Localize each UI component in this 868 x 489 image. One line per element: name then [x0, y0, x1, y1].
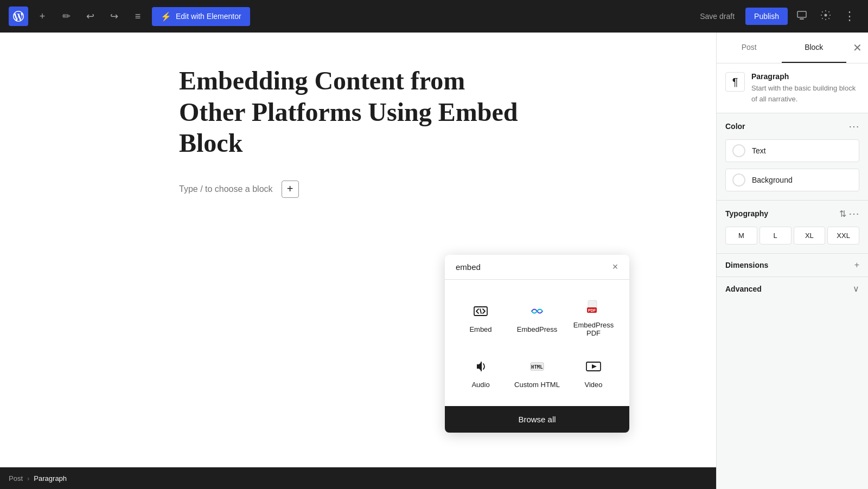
background-color-circle — [732, 173, 745, 186]
paragraph-desc-text: Start with the basic building block of a… — [751, 83, 859, 104]
more-icon: ⋮ — [844, 9, 856, 23]
block-search-popup: × Embed — [445, 255, 629, 433]
toolbar: + ✏ ↩ ↪ ≡ ⚡ Edit with Elementor Save dra… — [0, 0, 868, 33]
html-icon: HTML — [529, 357, 545, 376]
size-btn-xl[interactable]: XL — [794, 227, 826, 244]
editor-content: Embedding Content from Other Platforms U… — [157, 65, 559, 198]
breadcrumb-post[interactable]: Post — [9, 474, 23, 482]
browse-all-button[interactable]: Browse all — [445, 406, 629, 433]
right-sidebar: Post Block ✕ ¶ Paragraph Start with the … — [716, 33, 868, 489]
color-section-header: Color ⋯ — [717, 113, 868, 139]
edit-with-elementor-button[interactable]: ⚡ Edit with Elementor — [152, 7, 250, 26]
close-icon: × — [612, 261, 618, 273]
tools-button[interactable]: ✏ — [56, 7, 76, 26]
embed-icon — [473, 301, 489, 321]
color-more-button[interactable]: ⋯ — [848, 120, 859, 133]
typography-section: Typography ⇅ ⋯ M L XL XXL — [717, 200, 868, 253]
undo-icon: ↩ — [86, 10, 94, 22]
size-btn-l[interactable]: L — [760, 227, 792, 244]
embedpress-pdf-label: EmbedPress PDF — [571, 321, 616, 337]
close-sidebar-button[interactable]: ✕ — [846, 33, 868, 63]
svg-marker-11 — [592, 364, 597, 369]
svg-text:PDF: PDF — [588, 308, 596, 312]
advanced-section: Advanced ∨ — [717, 276, 868, 300]
typography-more-button[interactable]: ⋯ — [848, 207, 859, 220]
block-item-custom-html[interactable]: HTML Custom HTML — [510, 348, 564, 397]
tab-post[interactable]: Post — [717, 33, 782, 63]
color-option-text[interactable]: Text — [725, 139, 859, 162]
svg-line-4 — [480, 309, 481, 313]
embed-label: Embed — [469, 325, 492, 333]
typography-section-title: Typography — [725, 209, 768, 218]
pencil-icon: ✏ — [62, 10, 71, 22]
background-color-label: Background — [752, 176, 793, 184]
paragraph-description: Paragraph Start with the basic building … — [751, 72, 859, 104]
publish-button[interactable]: Publish — [745, 8, 788, 25]
breadcrumb-separator: › — [27, 474, 29, 482]
block-item-embedpress[interactable]: EmbedPress — [510, 288, 564, 346]
block-item-embedpress-pdf[interactable]: PDF EmbedPress PDF — [566, 288, 621, 346]
preview-button[interactable] — [792, 7, 812, 26]
plus-inline-icon: + — [287, 183, 293, 195]
type-hint: Type / to choose a block — [179, 184, 273, 194]
search-row: × — [445, 255, 629, 280]
dimensions-section: Dimensions + — [717, 253, 868, 276]
typography-controls: ⇅ ⋯ — [839, 207, 859, 220]
size-btn-xxl[interactable]: XXL — [827, 227, 859, 244]
embedpress-label: EmbedPress — [517, 325, 557, 333]
add-block-inline-button[interactable]: + — [282, 181, 299, 198]
advanced-expand-button[interactable]: ∨ — [853, 284, 859, 294]
paragraph-icon: ¶ — [725, 72, 745, 92]
typography-header: Typography ⇅ ⋯ — [717, 201, 868, 227]
add-block-button[interactable]: + — [33, 7, 52, 26]
color-options: Text Background — [717, 139, 868, 200]
view-icon — [796, 10, 807, 23]
block-search-input[interactable] — [451, 255, 608, 279]
close-icon: ✕ — [853, 41, 862, 54]
video-icon — [585, 357, 602, 376]
blocks-grid: Embed EmbedPress — [445, 280, 629, 406]
size-btn-m[interactable]: M — [725, 227, 757, 244]
block-row: Type / to choose a block + — [179, 181, 537, 198]
typography-tweak-button[interactable]: ⇅ — [839, 207, 846, 220]
tab-block[interactable]: Block — [782, 33, 847, 63]
more-icon-2: ⋯ — [848, 208, 859, 220]
embedpress-icon — [529, 301, 545, 321]
settings-button[interactable] — [816, 7, 835, 26]
audio-icon — [473, 357, 489, 376]
elementor-button-label: Edit with Elementor — [176, 12, 241, 21]
save-draft-button[interactable]: Save draft — [693, 8, 741, 25]
editor-area: Embedding Content from Other Platforms U… — [0, 33, 716, 489]
color-option-background[interactable]: Background — [725, 169, 859, 191]
color-section-title: Color — [725, 122, 745, 131]
clear-search-button[interactable]: × — [608, 260, 623, 275]
block-item-audio[interactable]: Audio — [454, 348, 508, 397]
chevron-down-icon: ∨ — [853, 284, 859, 293]
video-label: Video — [584, 381, 602, 389]
text-color-circle — [732, 144, 745, 157]
plus-icon: + — [40, 11, 46, 22]
undo-button[interactable]: ↩ — [80, 7, 100, 26]
list-view-button[interactable]: ≡ — [128, 7, 148, 26]
svg-rect-1 — [800, 18, 804, 20]
dimensions-section-title: Dimensions — [725, 261, 768, 269]
wp-logo[interactable] — [9, 7, 28, 26]
plus-icon-2: + — [854, 260, 859, 269]
sidebar-tabs: Post Block — [717, 33, 846, 63]
dimensions-add-button[interactable]: + — [854, 260, 859, 270]
block-item-embed[interactable]: Embed — [454, 288, 508, 346]
embedpress-pdf-icon: PDF — [585, 297, 602, 317]
redo-button[interactable]: ↪ — [104, 7, 124, 26]
more-options-button[interactable]: ⋮ — [840, 7, 859, 26]
post-title[interactable]: Embedding Content from Other Platforms U… — [179, 65, 537, 159]
advanced-section-title: Advanced — [725, 285, 762, 293]
breadcrumb-current: Paragraph — [34, 474, 67, 482]
svg-rect-0 — [797, 11, 806, 17]
block-item-video[interactable]: Video — [566, 348, 621, 397]
paragraph-info: ¶ Paragraph Start with the basic buildin… — [717, 63, 868, 113]
sliders-icon: ⇅ — [839, 209, 846, 218]
svg-point-2 — [825, 14, 827, 16]
size-options: M L XL XXL — [717, 227, 868, 253]
custom-html-label: Custom HTML — [514, 381, 560, 389]
svg-text:HTML: HTML — [531, 364, 543, 370]
